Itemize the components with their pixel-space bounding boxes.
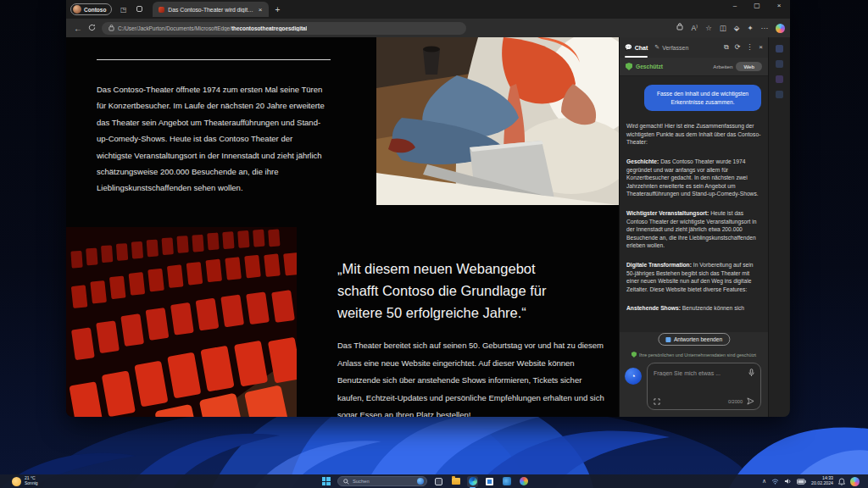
tab-contoso-theater[interactable]: Das Contoso-Theater wird digit… × (153, 2, 268, 17)
close-sidebar-icon[interactable]: × (759, 43, 763, 52)
outlook-button[interactable] (501, 476, 512, 487)
user-message-bubble: Fasse den Inhalt und die wichtigsten Erk… (644, 85, 761, 111)
store-button[interactable] (484, 476, 495, 487)
read-aloud-icon[interactable]: A⁾ (691, 23, 698, 33)
sidebar-app-icon[interactable] (776, 75, 783, 83)
divider-rule (97, 59, 331, 60)
sidebar-app-icon[interactable] (776, 91, 783, 98)
sidebar-app-icon[interactable] (776, 60, 783, 68)
response-point: Geschichte: Das Contoso Theater wurde 19… (626, 158, 761, 198)
mode-toggle: Arbeiten Web (713, 62, 762, 71)
new-tab-button[interactable]: + (275, 5, 281, 14)
open-in-window-icon[interactable]: ⧉ (724, 43, 729, 52)
toggle-web[interactable]: Web (736, 62, 762, 71)
copilot-header-actions: ⧉ ⟳ ⋮ × (724, 43, 763, 52)
start-button[interactable] (320, 476, 331, 487)
assistant-response-intro: Wird gemacht! Hier ist eine Zusammenfass… (626, 122, 761, 147)
privacy-note: Ihre persönlichen und Unternehmensdaten … (620, 352, 768, 358)
search-icon (343, 479, 349, 485)
toggle-work[interactable]: Arbeiten (713, 64, 732, 69)
file-explorer-button[interactable] (450, 476, 461, 487)
search-input[interactable] (353, 479, 414, 484)
microphone-icon[interactable] (748, 369, 754, 377)
tray-chevron-icon[interactable]: ∧ (762, 478, 766, 485)
split-screen-icon[interactable]: ◫ (720, 23, 726, 33)
browser-content: Das Contoso-Theater öffnete 1974 zum ers… (66, 37, 790, 417)
protection-bar: Geschützt Arbeiten Web (620, 58, 768, 76)
tab-strip: Contoso ◳ Das Contoso-Theater wird digit… (66, 0, 790, 19)
copilot-sidebar: 💬 Chat ✎ Verfassen ⧉ ⟳ ⋮ × Geschützt (619, 37, 768, 417)
profile-name: Contoso (84, 7, 106, 13)
profile-button[interactable]: Contoso (70, 3, 112, 15)
back-button[interactable]: ← (71, 24, 85, 33)
body-paragraph: Das Theater bereitet sich auf seinen 50.… (337, 337, 609, 417)
toolbar-actions: A⁾ ☆ ◫ ⬙ ✦ ⋯ (676, 23, 785, 33)
chat-input[interactable] (654, 370, 748, 376)
shield-icon (626, 63, 632, 70)
tab-favicon (159, 7, 164, 13)
vertical-tabs-icon[interactable] (135, 5, 144, 14)
taskbar-search[interactable] (337, 476, 427, 486)
stop-responding-button[interactable]: Antworten beenden (658, 333, 730, 346)
close-button[interactable]: × (768, 0, 790, 14)
photos-button[interactable] (518, 476, 529, 487)
sun-icon (12, 477, 21, 486)
edge-button[interactable] (467, 476, 478, 487)
taskbar-center (320, 474, 529, 488)
url-text: C:/User/JackPurton/Documents/MicrosoftEd… (118, 25, 307, 31)
network-icon[interactable] (771, 478, 779, 485)
chat-input-box[interactable]: 0/2000 (647, 363, 761, 410)
task-view-button[interactable] (433, 476, 444, 487)
webpage-viewport: Das Contoso-Theater öffnete 1974 zum ers… (66, 37, 619, 417)
stop-icon (665, 337, 670, 342)
theater-seats-photo (66, 227, 297, 417)
copilot-header: 💬 Chat ✎ Verfassen ⧉ ⟳ ⋮ × (620, 37, 768, 58)
protected-label: Geschützt (636, 64, 663, 69)
tab-compose[interactable]: ✎ Verfassen (654, 37, 688, 58)
shopping-icon[interactable] (676, 23, 683, 33)
maximize-button[interactable]: ▢ (746, 0, 768, 14)
tab-close-icon[interactable]: × (259, 6, 263, 14)
send-icon[interactable] (747, 397, 754, 405)
sidebar-app-icon[interactable] (776, 45, 783, 53)
privacy-shield-icon (632, 352, 637, 358)
pull-quote: „Mit diesem neuen Webangebot schafft Con… (337, 258, 566, 324)
minimize-button[interactable]: – (724, 0, 746, 14)
workspaces-icon[interactable]: ◳ (119, 5, 128, 14)
volume-icon[interactable] (784, 478, 792, 485)
search-highlight-icon (417, 478, 424, 485)
refresh-chat-icon[interactable]: ⟳ (735, 43, 741, 52)
edge-sidebar-rail (768, 37, 789, 417)
chat-transcript: Fasse den Inhalt und die wichtigsten Erk… (620, 76, 768, 332)
more-menu-icon[interactable]: ⋯ (761, 23, 769, 33)
response-point: Anstehende Shows: Benutzende können sich (626, 304, 761, 313)
response-point: Wichtigster Veranstaltungsort: Heute ist… (626, 209, 761, 250)
copilot-taskbar-icon[interactable] (850, 477, 860, 486)
weather-desc: Sonnig (25, 481, 38, 486)
collections-icon[interactable]: ⬙ (734, 23, 740, 33)
copilot-toolbar-icon[interactable] (776, 24, 785, 33)
site-info-icon[interactable] (108, 25, 114, 31)
taskbar-clock[interactable]: 14:33 20.02.2024 (811, 476, 833, 486)
tab-title: Das Contoso-Theater wird digit… (168, 7, 253, 13)
browser-toolbar: ← C:/User/JackPurton/Documents/Microsoft… (66, 19, 790, 37)
compose-icon: ✎ (654, 44, 659, 51)
browser-window: Contoso ◳ Das Contoso-Theater wird digit… (66, 0, 790, 417)
screenshot-icon[interactable] (654, 398, 660, 405)
favorites-icon[interactable]: ☆ (705, 23, 712, 33)
taskbar: 21 °C Sonnig ∧ 14:33 (0, 474, 868, 488)
notification-bell-icon[interactable] (838, 478, 845, 485)
more-options-icon[interactable]: ⋮ (746, 43, 753, 52)
extensions-icon[interactable]: ✦ (747, 23, 753, 33)
weather-widget[interactable]: 21 °C Sonnig (12, 476, 38, 485)
address-bar[interactable]: C:/User/JackPurton/Documents/MicrosoftEd… (102, 22, 466, 35)
char-counter: 0/2000 (728, 399, 743, 404)
response-point: Digitale Transformation: In Vorbereitung… (626, 261, 761, 293)
copilot-avatar-icon: ◔ (625, 368, 642, 385)
battery-icon[interactable] (797, 479, 806, 485)
tab-chat[interactable]: 💬 Chat (625, 37, 648, 58)
intro-paragraph: Das Contoso-Theater öffnete 1974 zum ers… (97, 81, 329, 197)
profile-avatar (73, 5, 81, 14)
chat-icon: 💬 (625, 44, 632, 51)
refresh-button[interactable] (85, 24, 98, 33)
